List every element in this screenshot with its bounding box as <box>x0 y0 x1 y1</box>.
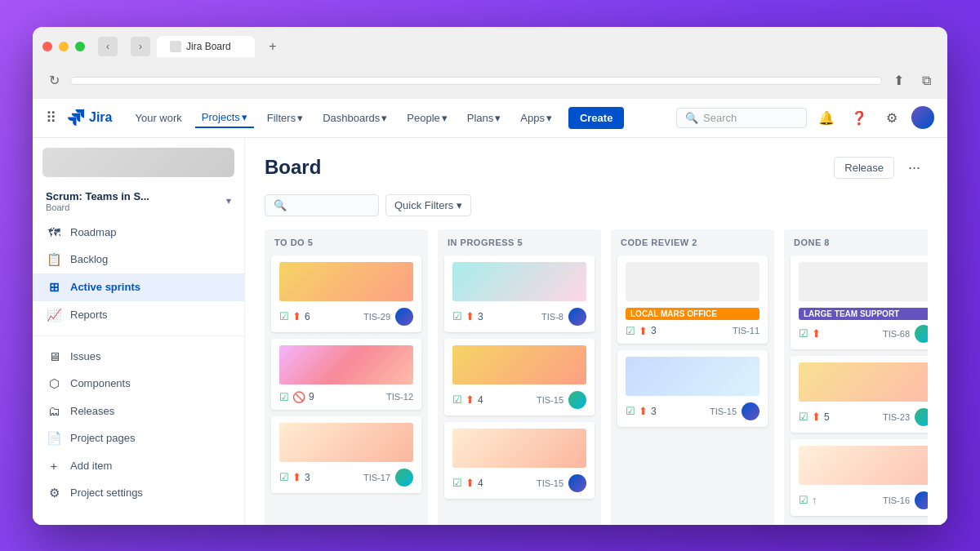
sidebar-item-reports[interactable]: 📈 Reports <box>33 301 244 329</box>
ticket-id: TIS-11 <box>733 326 760 335</box>
card-number: 3 <box>651 406 657 417</box>
card-image <box>799 446 928 485</box>
card-number: 4 <box>478 394 483 406</box>
board-search[interactable]: 🔍 <box>265 194 379 216</box>
project-name: Scrum: Teams in S... <box>46 190 149 202</box>
card[interactable]: ☑ ⬆ 5 TIS-23 <box>791 356 928 433</box>
search-placeholder: Search <box>703 112 737 124</box>
ticket-id: TIS-15 <box>537 478 564 488</box>
card-footer: ☑ ⬆ 4 TIS-15 <box>452 391 586 409</box>
assignee-avatar <box>742 402 760 420</box>
column-header-done: DONE 8 <box>791 238 928 247</box>
nav-projects[interactable]: Projects ▾ <box>195 108 254 128</box>
checkbox-icon: ☑ <box>452 310 462 322</box>
forward-button[interactable]: › <box>131 37 150 56</box>
sidebar-item-roadmap[interactable]: 🗺 Roadmap <box>33 219 244 246</box>
card-number: 3 <box>305 472 310 483</box>
sidebar-item-issues[interactable]: 🖥 Issues <box>33 343 244 370</box>
card[interactable]: ☑ 🚫 9 TIS-12 <box>271 339 421 410</box>
browser-controls: ‹ › Jira Board + <box>42 35 938 58</box>
sidebar-item-label: Issues <box>70 350 101 362</box>
card[interactable]: LOCAL MARS OFFICE ☑ ⬆ 3 TIS-11 <box>617 256 768 344</box>
minimize-dot[interactable] <box>59 42 69 51</box>
card-badge: LOCAL MARS OFFICE <box>626 308 760 320</box>
backlog-icon: 📋 <box>46 252 62 267</box>
empty-area <box>791 522 928 525</box>
ticket-id: TIS-23 <box>883 412 910 422</box>
maximize-dot[interactable] <box>75 42 85 51</box>
page-title: Board <box>265 156 321 179</box>
tab-label: Jira Board <box>186 41 231 52</box>
assignee-avatar <box>915 408 928 426</box>
assignee-avatar <box>568 308 586 326</box>
nav-people[interactable]: People ▾ <box>400 109 453 127</box>
nav-dashboards[interactable]: Dashboards ▾ <box>316 109 394 127</box>
card[interactable]: LARGE TEAM SUPPORT ☑ ⬆ TIS-68 <box>791 256 928 349</box>
card-footer: ☑ ⬆ 6 TIS-29 <box>279 308 413 326</box>
card[interactable]: ☑ ⬆ 4 TIS-15 <box>444 422 595 499</box>
nav-apps[interactable]: Apps ▾ <box>514 109 559 127</box>
notifications-button[interactable]: 🔔 <box>813 104 840 131</box>
card[interactable]: ☑ ⬆ 3 TIS-8 <box>444 256 595 332</box>
nav-filters[interactable]: Filters ▾ <box>261 109 310 127</box>
assignee-avatar <box>395 469 413 487</box>
jira-logo[interactable]: Jira <box>66 108 112 127</box>
sidebar-item-project-settings[interactable]: ⚙ Project settings <box>33 479 244 507</box>
project-header[interactable]: Scrum: Teams in S... Board ▾ <box>33 184 244 219</box>
release-button[interactable]: Release <box>834 157 894 179</box>
share-button[interactable]: ⬆ <box>887 69 910 92</box>
quick-filters-button[interactable]: Quick Filters ▾ <box>385 194 471 216</box>
card-footer: ☑ ⬆ TIS-68 <box>799 325 928 343</box>
card-footer: ☑ ⬆ 4 TIS-15 <box>452 474 586 492</box>
browser-tab[interactable]: Jira Board <box>157 36 255 57</box>
browser-window: ‹ › Jira Board + ↻ ⬆ ⧉ ⠿ <box>33 27 947 525</box>
add-icon: + <box>46 459 62 473</box>
assignee-avatar <box>915 491 928 509</box>
column-todo: TO DO 5 ☑ ⬆ 6 TIS-29 <box>265 229 428 525</box>
sidebar-item-active-sprints[interactable]: ⊞ Active sprints <box>33 273 244 301</box>
card[interactable]: ☑ ⬆ 3 TIS-15 <box>617 350 768 427</box>
reload-button[interactable]: ↻ <box>42 69 65 92</box>
sidebar-item-components[interactable]: ⬡ Components <box>33 370 244 398</box>
card-footer: ☑ ⬆ 3 TIS-17 <box>279 469 413 487</box>
sidebar-item-project-pages[interactable]: 📄 Project pages <box>33 424 244 452</box>
search-box[interactable]: 🔍 Search <box>676 108 807 128</box>
settings-button[interactable]: ⚙ <box>879 104 905 131</box>
sidebar-item-label: Active sprints <box>70 281 140 293</box>
search-icon: 🔍 <box>274 199 287 211</box>
nav-plans[interactable]: Plans ▾ <box>461 109 508 127</box>
card-number: 9 <box>309 391 314 402</box>
checkbox-icon: ☑ <box>279 391 289 403</box>
card[interactable]: ☑ ⬆ 3 TIS-17 <box>271 416 421 493</box>
card[interactable]: ☑ ⬆ 6 TIS-29 <box>271 256 421 332</box>
url-bar[interactable] <box>70 77 882 85</box>
checkbox-icon: ☑ <box>626 325 635 337</box>
assignee-avatar <box>915 325 928 343</box>
sidebar-item-releases[interactable]: 🗂 Releases <box>33 398 244 424</box>
back-button[interactable]: ‹ <box>98 37 118 56</box>
column-header-codereview: CODE REVIEW 2 <box>617 238 768 247</box>
ticket-id: TIS-15 <box>537 395 564 405</box>
card-footer: ☑ ⬆ 3 TIS-15 <box>626 402 760 420</box>
card-image <box>279 345 413 384</box>
sidebar-item-label: Reports <box>70 309 108 321</box>
sidebar-item-label: Components <box>70 377 131 389</box>
user-avatar[interactable] <box>911 106 934 129</box>
nav-your-work[interactable]: Your work <box>128 109 188 127</box>
sidebar-item-add-item[interactable]: + Add item <box>33 452 244 479</box>
new-tab-button[interactable]: + <box>261 35 284 58</box>
card-image <box>452 345 586 384</box>
more-button[interactable]: ··· <box>901 154 928 181</box>
create-button[interactable]: Create <box>568 107 624 129</box>
sidebar-item-backlog[interactable]: 📋 Backlog <box>33 246 244 273</box>
card[interactable]: ☑ ↑ TIS-16 <box>791 439 928 516</box>
column-header-todo: TO DO 5 <box>271 238 421 247</box>
card[interactable]: ☑ ⬆ 4 TIS-15 <box>444 339 595 415</box>
close-dot[interactable] <box>42 42 52 51</box>
grid-icon[interactable]: ⠿ <box>46 109 56 127</box>
ticket-id: TIS-15 <box>710 407 737 416</box>
help-button[interactable]: ❓ <box>846 104 872 131</box>
card-image <box>626 357 760 396</box>
tabs-overview-button[interactable]: ⧉ <box>915 69 938 92</box>
card-image <box>279 262 413 301</box>
